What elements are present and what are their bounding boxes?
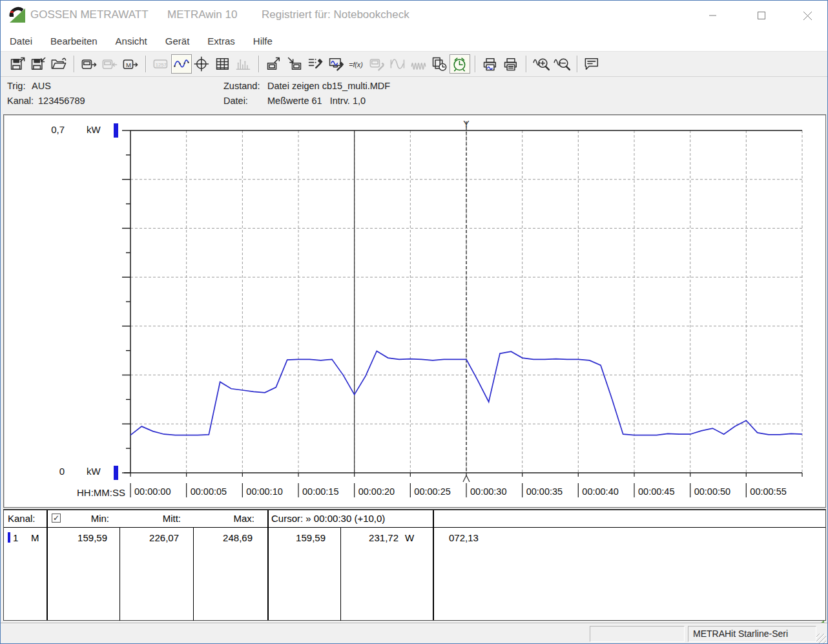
channel-scale-markers — [114, 123, 118, 480]
trend-chart-icon[interactable] — [171, 54, 192, 74]
multi-curve-icon — [408, 54, 429, 74]
menu-hilfe[interactable]: Hilfe — [244, 33, 282, 49]
mitt-header: Mitt: — [119, 513, 181, 524]
status-box-device: METRAHit Starline-Seri — [688, 626, 816, 642]
export-data-icon[interactable] — [264, 54, 284, 74]
y-axis-unit-bottom: kW — [87, 466, 101, 477]
copy-time-window-icon[interactable] — [429, 54, 450, 74]
channel-settings-icon[interactable] — [305, 54, 326, 74]
data-table-icon[interactable] — [212, 54, 233, 74]
x-tick-label: 00:00:25 — [414, 486, 450, 497]
y-axis-min-label: 0 — [43, 466, 65, 477]
trigger-label: Trig: — [7, 81, 25, 91]
toolbar-separator — [526, 56, 526, 72]
channel-label: Kanal: — [7, 96, 34, 106]
menu-bar: Datei Bearbeiten Ansicht Gerät Extras Hi… — [1, 30, 827, 51]
x-tick-label: 00:00:45 — [638, 486, 674, 497]
stats-divider-1 — [47, 510, 48, 620]
minimize-button[interactable] — [703, 7, 723, 24]
stats-header-divider — [4, 527, 825, 528]
x-tick-label: 00:00:35 — [526, 486, 563, 497]
x-tick-label: 00:00:50 — [694, 486, 730, 497]
toolbar-separator — [74, 56, 74, 72]
status-box-empty — [590, 626, 685, 642]
x-tick-label: 00:00:10 — [246, 486, 282, 497]
save-file-as-icon[interactable] — [28, 54, 48, 74]
device-settings-icon — [367, 54, 388, 74]
menu-extras[interactable]: Extras — [198, 33, 244, 49]
file-label: Datei: — [223, 96, 248, 106]
close-button[interactable] — [798, 7, 817, 24]
display-settings-icon[interactable] — [326, 54, 346, 74]
axes — [122, 130, 802, 477]
x-tick-label: 00:00:05 — [191, 486, 227, 497]
x-tick-label: 00:00:15 — [302, 486, 338, 497]
histogram-icon — [233, 54, 254, 74]
cursor2-unit: W — [405, 532, 414, 543]
svg-text:1257: 1257 — [156, 62, 167, 68]
cursor1-value: 159,59 — [267, 532, 326, 543]
menu-bearbeiten[interactable]: Bearbeiten — [41, 33, 107, 49]
file-value: Meßwerte 61 Intrv. 1,0 — [267, 96, 366, 106]
resize-grip[interactable] — [816, 634, 826, 643]
xy-scope-icon[interactable] — [192, 54, 212, 74]
x-tick-label: 00:00:30 — [470, 486, 506, 497]
measurement-info-panel: Trig: AUS Kanal: 123456789 Zustand: Date… — [1, 77, 827, 113]
read-device-icon[interactable] — [79, 54, 99, 74]
device-memory-icon[interactable]: M — [120, 54, 141, 74]
min-value: 159,59 — [47, 532, 107, 543]
toolbar: M1257=f(x) — [1, 51, 827, 77]
save-file-icon[interactable] — [7, 54, 28, 74]
max-header: Max: — [193, 513, 254, 524]
menu-geraet[interactable]: Gerät — [156, 33, 199, 49]
channel-color-bar — [8, 532, 10, 543]
trend-chart-panel[interactable]: 00:00:0000:00:0500:00:1000:00:1500:00:20… — [3, 114, 826, 508]
max-value: 248,69 — [193, 532, 253, 543]
cursor-top-marker: Y — [463, 119, 470, 129]
print-preview-icon[interactable] — [480, 54, 501, 74]
cursor-2[interactable]: Y — [463, 119, 470, 482]
title-bar: GOSSEN METRAWATT METRAwin 10 Registriert… — [1, 1, 827, 30]
status-bar: METRAHit Starline-Seri — [1, 623, 827, 644]
brand-text: GOSSEN METRAWATT — [30, 8, 149, 21]
time-sync-icon[interactable] — [450, 54, 470, 74]
x-tick-label: 00:00:00 — [134, 486, 171, 497]
toolbar-separator — [145, 56, 146, 72]
maximize-button[interactable] — [752, 7, 771, 24]
menu-datei[interactable]: Datei — [1, 33, 41, 49]
device-name: METRAHit Starline-Seri — [693, 628, 788, 639]
annotation-icon[interactable] — [582, 54, 603, 74]
stats-divider-6 — [433, 510, 434, 620]
write-device-icon — [99, 54, 120, 74]
trend-plot[interactable]: 00:00:0000:00:0500:00:1000:00:1500:00:20… — [4, 115, 825, 507]
menu-ansicht[interactable]: Ansicht — [107, 33, 156, 49]
min-header: Min: — [47, 513, 109, 524]
toolbar-separator — [475, 56, 475, 72]
y-axis-unit-top: kW — [87, 124, 101, 135]
formula-fx-icon[interactable]: =f(x) — [346, 54, 367, 74]
print-icon[interactable] — [501, 54, 521, 74]
svg-text:=f(x): =f(x) — [349, 61, 363, 68]
x-tick-label: 00:00:20 — [358, 486, 395, 497]
x-tick-label: 00:00:40 — [582, 486, 618, 497]
registered-text: Registriert für: Notebookcheck — [262, 8, 409, 21]
numeric-display-icon: 1257 — [150, 54, 171, 74]
state-label: Zustand: — [223, 81, 260, 91]
channel-stats-panel: Kanal: ✓ Min: Mitt: Max: Cursor: » 00:00… — [3, 509, 826, 621]
gossen-metrawatt-logo-icon — [8, 6, 26, 24]
toolbar-separator — [577, 56, 577, 72]
stats-divider-4 — [267, 510, 269, 620]
state-value: Datei zeigen cb15_multi.MDF — [267, 81, 390, 91]
open-file-icon[interactable] — [48, 54, 69, 74]
app-title: METRAwin 10 — [167, 8, 237, 21]
import-data-icon[interactable] — [284, 54, 305, 74]
zoom-out-icon[interactable] — [552, 54, 572, 74]
trigger-value: AUS — [32, 81, 51, 91]
y-axis-max-label: 0,7 — [43, 124, 65, 135]
zoom-in-icon[interactable] — [531, 54, 552, 74]
channel-flag: M — [31, 532, 39, 543]
svg-text:M: M — [126, 61, 131, 68]
x-tick-label: 00:00:55 — [750, 486, 786, 497]
cursor-header: Cursor: » 00:00:30 (+10,0) — [271, 513, 385, 524]
delta-value: 072,13 — [449, 532, 479, 543]
